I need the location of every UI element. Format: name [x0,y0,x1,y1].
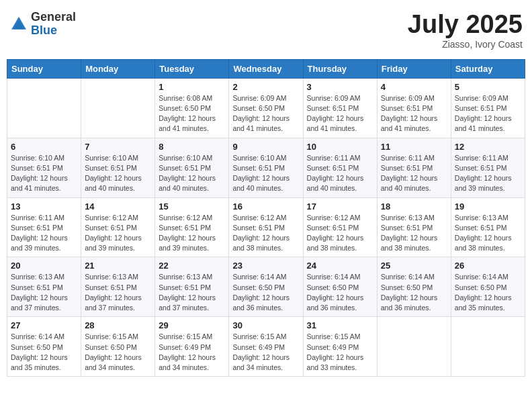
day-info: Sunrise: 6:12 AMSunset: 6:51 PMDaylight:… [232,213,299,254]
day-number: 6 [11,142,77,152]
month-title: July 2025 [408,11,523,39]
day-number: 5 [455,82,521,92]
day-number: 16 [232,201,299,212]
day-info: Sunrise: 6:10 AMSunset: 6:51 PMDaylight:… [159,153,225,194]
day-info: Sunrise: 6:13 AMSunset: 6:51 PMDaylight:… [85,272,151,313]
calendar-cell: 25Sunrise: 6:14 AMSunset: 6:50 PMDayligh… [377,257,451,317]
day-info: Sunrise: 6:09 AMSunset: 6:51 PMDaylight:… [381,93,447,134]
day-info: Sunrise: 6:15 AMSunset: 6:49 PMDaylight:… [159,332,225,373]
logo-blue-text: Blue [31,24,76,38]
column-header-monday: Monday [81,59,155,78]
calendar-cell: 20Sunrise: 6:13 AMSunset: 6:51 PMDayligh… [7,257,81,317]
calendar-cell: 2Sunrise: 6:09 AMSunset: 6:50 PMDaylight… [229,78,303,138]
day-info: Sunrise: 6:12 AMSunset: 6:51 PMDaylight:… [307,213,373,254]
day-number: 22 [159,261,225,271]
day-info: Sunrise: 6:12 AMSunset: 6:51 PMDaylight:… [159,213,225,254]
day-number: 10 [307,142,373,152]
day-number: 18 [381,201,447,212]
calendar-cell: 9Sunrise: 6:10 AMSunset: 6:51 PMDaylight… [229,138,303,197]
column-header-tuesday: Tuesday [155,59,229,78]
day-info: Sunrise: 6:13 AMSunset: 6:51 PMDaylight:… [455,213,521,254]
calendar-cell: 4Sunrise: 6:09 AMSunset: 6:51 PMDaylight… [377,78,451,138]
day-info: Sunrise: 6:10 AMSunset: 6:51 PMDaylight:… [11,153,77,194]
day-number: 24 [307,261,373,271]
day-info: Sunrise: 6:13 AMSunset: 6:51 PMDaylight:… [381,213,447,254]
day-number: 30 [232,320,299,330]
day-info: Sunrise: 6:13 AMSunset: 6:51 PMDaylight:… [11,272,77,313]
calendar-table: SundayMondayTuesdayWednesdayThursdayFrid… [7,59,525,377]
day-number: 31 [307,320,373,330]
day-info: Sunrise: 6:13 AMSunset: 6:51 PMDaylight:… [159,272,225,313]
day-number: 2 [232,82,299,92]
day-number: 21 [85,261,151,271]
column-header-wednesday: Wednesday [229,59,303,78]
day-number: 17 [307,201,373,212]
day-info: Sunrise: 6:11 AMSunset: 6:51 PMDaylight:… [455,153,521,194]
calendar-week-row: 6Sunrise: 6:10 AMSunset: 6:51 PMDaylight… [7,138,525,197]
day-number: 4 [381,82,447,92]
calendar-cell: 28Sunrise: 6:15 AMSunset: 6:50 PMDayligh… [81,317,155,377]
day-info: Sunrise: 6:14 AMSunset: 6:50 PMDaylight:… [455,272,521,313]
calendar-cell: 17Sunrise: 6:12 AMSunset: 6:51 PMDayligh… [303,197,377,257]
day-info: Sunrise: 6:09 AMSunset: 6:51 PMDaylight:… [307,93,373,134]
logo-icon [9,15,28,34]
day-number: 19 [455,201,521,212]
calendar-cell: 5Sunrise: 6:09 AMSunset: 6:51 PMDaylight… [451,78,525,138]
day-number: 23 [232,261,299,271]
calendar-cell [7,78,81,138]
calendar-cell: 27Sunrise: 6:14 AMSunset: 6:50 PMDayligh… [7,317,81,377]
day-number: 26 [455,261,521,271]
day-number: 15 [159,201,225,212]
logo-general-text: General [31,11,76,24]
calendar-cell: 23Sunrise: 6:14 AMSunset: 6:50 PMDayligh… [229,257,303,317]
calendar-cell: 31Sunrise: 6:15 AMSunset: 6:49 PMDayligh… [303,317,377,377]
calendar-cell: 12Sunrise: 6:11 AMSunset: 6:51 PMDayligh… [451,138,525,197]
calendar-cell: 14Sunrise: 6:12 AMSunset: 6:51 PMDayligh… [81,197,155,257]
day-number: 3 [307,82,373,92]
day-number: 13 [11,201,77,212]
column-header-thursday: Thursday [303,59,377,78]
calendar-cell: 6Sunrise: 6:10 AMSunset: 6:51 PMDaylight… [7,138,81,197]
day-info: Sunrise: 6:12 AMSunset: 6:51 PMDaylight:… [85,213,151,254]
calendar-week-row: 27Sunrise: 6:14 AMSunset: 6:50 PMDayligh… [7,317,525,377]
day-info: Sunrise: 6:09 AMSunset: 6:50 PMDaylight:… [232,93,299,134]
calendar-cell: 3Sunrise: 6:09 AMSunset: 6:51 PMDaylight… [303,78,377,138]
day-info: Sunrise: 6:11 AMSunset: 6:51 PMDaylight:… [307,153,373,194]
calendar-cell [81,78,155,138]
day-info: Sunrise: 6:14 AMSunset: 6:50 PMDaylight:… [381,272,447,313]
day-info: Sunrise: 6:14 AMSunset: 6:50 PMDaylight:… [307,272,373,313]
calendar-cell: 16Sunrise: 6:12 AMSunset: 6:51 PMDayligh… [229,197,303,257]
calendar-cell: 7Sunrise: 6:10 AMSunset: 6:51 PMDaylight… [81,138,155,197]
day-number: 29 [159,320,225,330]
location-subtitle: Ziasso, Ivory Coast [408,39,523,50]
day-info: Sunrise: 6:09 AMSunset: 6:51 PMDaylight:… [455,93,521,134]
day-number: 20 [11,261,77,271]
column-header-friday: Friday [377,59,451,78]
day-number: 27 [11,320,77,330]
day-info: Sunrise: 6:11 AMSunset: 6:51 PMDaylight:… [381,153,447,194]
day-number: 25 [381,261,447,271]
calendar-cell: 29Sunrise: 6:15 AMSunset: 6:49 PMDayligh… [155,317,229,377]
calendar-cell [377,317,451,377]
calendar-cell [451,317,525,377]
day-info: Sunrise: 6:15 AMSunset: 6:50 PMDaylight:… [85,332,151,373]
title-area: July 2025 Ziasso, Ivory Coast [408,11,523,50]
day-info: Sunrise: 6:15 AMSunset: 6:49 PMDaylight:… [232,332,299,373]
calendar-cell: 22Sunrise: 6:13 AMSunset: 6:51 PMDayligh… [155,257,229,317]
logo: General Blue [9,11,76,38]
day-number: 8 [159,142,225,152]
day-info: Sunrise: 6:11 AMSunset: 6:51 PMDaylight:… [11,213,77,254]
calendar-header-row: SundayMondayTuesdayWednesdayThursdayFrid… [7,59,525,78]
day-info: Sunrise: 6:10 AMSunset: 6:51 PMDaylight:… [85,153,151,194]
calendar-cell: 13Sunrise: 6:11 AMSunset: 6:51 PMDayligh… [7,197,81,257]
calendar-cell: 1Sunrise: 6:08 AMSunset: 6:50 PMDaylight… [155,78,229,138]
calendar-cell: 10Sunrise: 6:11 AMSunset: 6:51 PMDayligh… [303,138,377,197]
column-header-saturday: Saturday [451,59,525,78]
day-info: Sunrise: 6:14 AMSunset: 6:50 PMDaylight:… [232,272,299,313]
calendar-cell: 24Sunrise: 6:14 AMSunset: 6:50 PMDayligh… [303,257,377,317]
calendar-cell: 18Sunrise: 6:13 AMSunset: 6:51 PMDayligh… [377,197,451,257]
calendar-week-row: 20Sunrise: 6:13 AMSunset: 6:51 PMDayligh… [7,257,525,317]
day-number: 12 [455,142,521,152]
day-info: Sunrise: 6:14 AMSunset: 6:50 PMDaylight:… [11,332,77,373]
day-number: 7 [85,142,151,152]
